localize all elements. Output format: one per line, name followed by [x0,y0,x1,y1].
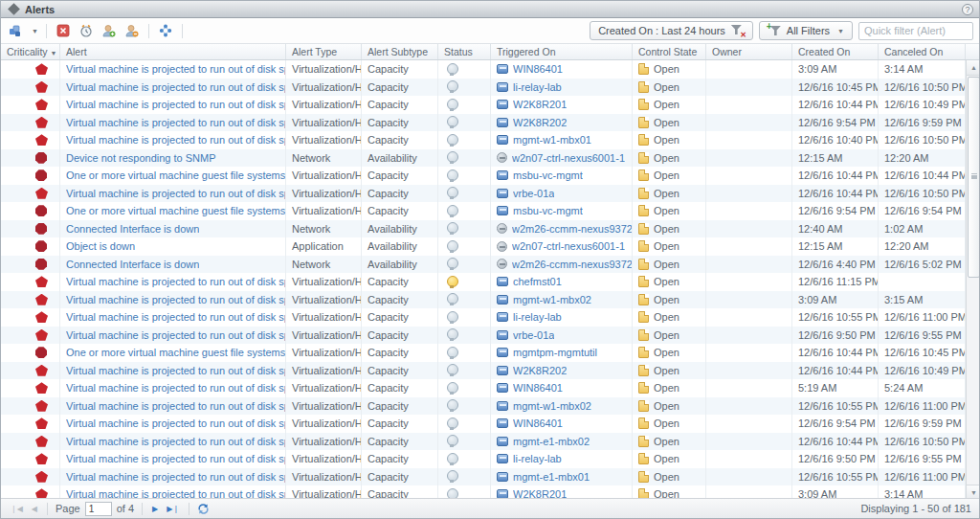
column-header-owner[interactable]: Owner [706,44,792,59]
resource-link[interactable]: w2m26-ccmm-nexus9372px-2.en... [512,259,632,270]
resource-link[interactable]: vrbe-01a [513,188,554,199]
resource-link[interactable]: msbu-vc-mgmt [513,205,583,216]
resource-link[interactable]: mgmt-w1-mbx02 [513,294,591,305]
refresh-icon[interactable] [197,503,210,515]
table-row[interactable]: One or more virtual machine guest file s… [1,167,966,185]
alert-link[interactable]: Virtual machine is projected to run out … [66,471,285,483]
table-row[interactable]: Virtual machine is projected to run out … [1,415,966,433]
table-row[interactable]: Virtual machine is projected to run out … [1,131,966,149]
resource-link[interactable]: chefmst01 [513,276,562,287]
release-ownership-icon[interactable] [123,22,141,39]
alert-link[interactable]: Virtual machine is projected to run out … [66,436,285,447]
alert-link[interactable]: Virtual machine is projected to run out … [66,329,285,341]
resource-link[interactable]: vrbe-01a [513,329,554,341]
table-row[interactable]: Virtual machine is projected to run out … [1,308,966,327]
vertical-scrollbar[interactable]: ▲ ▼ [966,60,980,500]
alert-link[interactable]: Virtual machine is projected to run out … [66,63,285,75]
alert-link[interactable]: Virtual machine is projected to run out … [66,99,285,110]
resource-link[interactable]: WIN86401 [513,63,563,75]
quick-filter-input[interactable] [858,22,973,40]
alert-link[interactable]: Virtual machine is projected to run out … [66,417,285,429]
alert-link[interactable]: Connected Interface is down [66,223,199,235]
resource-link[interactable]: mgmt-e1-mbx01 [513,471,590,483]
table-row[interactable]: Device not responding to SNMP Network Av… [1,149,966,168]
table-row[interactable]: Object is down Application Availability … [1,237,966,256]
resource-link[interactable]: mgmt-w1-mbx01 [513,134,591,146]
alert-link[interactable]: One or more virtual machine guest file s… [66,347,285,358]
table-row[interactable]: One or more virtual machine guest file s… [1,202,966,220]
table-row[interactable]: Virtual machine is projected to run out … [1,327,966,345]
table-row[interactable]: Virtual machine is projected to run out … [1,185,966,203]
resource-link[interactable]: w2n07-ctrl-nexus6001-1 [512,152,625,164]
alert-link[interactable]: Virtual machine is projected to run out … [66,365,285,376]
resource-link[interactable]: mgmt-w1-mbx02 [513,400,591,412]
scroll-up-icon[interactable]: ▲ [967,60,980,76]
take-ownership-icon[interactable] [100,22,118,39]
alert-link[interactable]: Virtual machine is projected to run out … [66,294,285,305]
resource-link[interactable]: li-relay-lab [513,81,562,93]
remove-filter-icon[interactable] [731,25,745,36]
next-page-icon[interactable]: ▶ [150,505,160,513]
resource-link[interactable]: li-relay-lab [513,453,562,464]
scrollbar-thumb[interactable] [968,77,980,278]
resource-link[interactable]: mgmtpm-mgmtutil [513,347,597,358]
actions-menu-icon[interactable] [7,22,24,39]
column-header-triggered-on[interactable]: Triggered On [491,44,633,59]
table-row[interactable]: Virtual machine is projected to run out … [1,433,966,451]
resource-link[interactable]: W2K8R202 [513,365,567,376]
column-header-criticality[interactable]: Criticality▼ [1,44,60,59]
table-row[interactable]: Virtual machine is projected to run out … [1,114,966,132]
resource-link[interactable]: mgmt-e1-mbx02 [513,436,590,447]
alert-link[interactable]: Virtual machine is projected to run out … [66,188,285,199]
column-header-canceled-on[interactable]: Canceled On [879,44,966,59]
column-header-control-state[interactable]: Control State [633,44,706,59]
table-row[interactable]: One or more virtual machine guest file s… [1,344,966,362]
cancel-alert-icon[interactable] [55,22,72,39]
alert-link[interactable]: Virtual machine is projected to run out … [66,400,285,412]
table-row[interactable]: Virtual machine is projected to run out … [1,468,966,486]
table-row[interactable]: Virtual machine is projected to run out … [1,60,966,79]
alert-link[interactable]: Virtual machine is projected to run out … [66,453,285,464]
column-header-status[interactable]: Status [438,44,491,59]
alert-link[interactable]: One or more virtual machine guest file s… [66,205,285,216]
alert-link[interactable]: Virtual machine is projected to run out … [66,117,285,128]
table-row[interactable]: Connected Interface is down Network Avai… [1,220,966,238]
alert-link[interactable]: One or more virtual machine guest file s… [66,169,285,181]
column-header-created-on[interactable]: Created On [792,44,879,59]
column-header-alert-subtype[interactable]: Alert Subtype [362,44,438,59]
resource-link[interactable]: w2m26-ccmm-nexus9372px-2.en... [512,223,632,235]
related-objects-icon[interactable] [157,22,174,39]
table-row[interactable]: Virtual machine is projected to run out … [1,273,966,291]
alert-link[interactable]: Virtual machine is projected to run out … [66,134,285,146]
prev-page-icon[interactable]: ◀ [30,505,39,513]
page-number-input[interactable] [85,502,112,516]
table-row[interactable]: Virtual machine is projected to run out … [1,362,966,380]
resource-link[interactable]: W2K8R201 [513,99,567,110]
alert-link[interactable]: Connected Interface is down [66,259,199,270]
all-filters-button[interactable]: All Filters ▼ [759,21,853,40]
resource-link[interactable]: WIN86401 [513,417,563,429]
alert-link[interactable]: Virtual machine is projected to run out … [66,81,285,93]
table-row[interactable]: Virtual machine is projected to run out … [1,291,966,309]
alert-link[interactable]: Virtual machine is projected to run out … [66,311,285,323]
first-page-icon[interactable]: ❘◀ [9,505,25,513]
resource-link[interactable]: W2K8R202 [513,117,567,128]
table-row[interactable]: Virtual machine is projected to run out … [1,379,966,397]
table-row[interactable]: Virtual machine is projected to run out … [1,79,966,97]
table-row[interactable]: Virtual machine is projected to run out … [1,397,966,416]
column-header-alert-type[interactable]: Alert Type [286,44,362,59]
resource-link[interactable]: msbu-vc-mgmt [513,169,583,181]
table-row[interactable]: Virtual machine is projected to run out … [1,450,966,468]
resource-link[interactable]: w2n07-ctrl-nexus6001-1 [512,240,625,252]
column-header-alert[interactable]: Alert [60,44,286,59]
alert-link[interactable]: Virtual machine is projected to run out … [66,276,285,287]
created-on-filter-button[interactable]: Created On : Last 24 hours [590,21,753,40]
resource-link[interactable]: li-relay-lab [513,311,562,323]
alert-link[interactable]: Virtual machine is projected to run out … [66,382,285,394]
alert-link[interactable]: Device not responding to SNMP [66,152,216,164]
table-row[interactable]: Virtual machine is projected to run out … [1,96,966,114]
suspend-icon[interactable] [78,22,95,39]
alert-link[interactable]: Object is down [66,240,135,252]
resource-link[interactable]: WIN86401 [513,382,563,394]
last-page-icon[interactable]: ▶❘ [165,505,181,513]
